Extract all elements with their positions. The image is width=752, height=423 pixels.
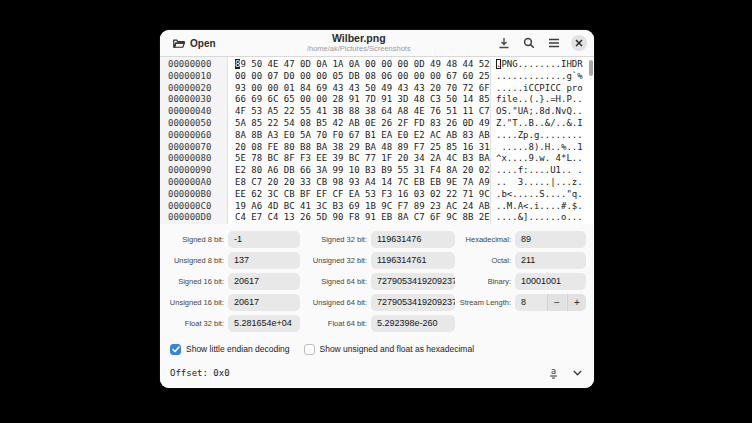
hex-row[interactable]: 20 08 FE 80 B8 BA 38 29 BA 48 89 F7 25 8… [235,142,490,154]
hexadecimal-field[interactable]: 89 [515,231,586,248]
hex-row[interactable]: 89 50 4E 47 0D 0A 1A 0A 00 00 00 0D 49 4… [235,59,490,71]
float-64-bit-label: Float 64 bit: [304,319,367,328]
hamburger-menu-icon [548,38,560,48]
hex-row[interactable]: E2 80 A6 DB 66 3A 99 10 B3 B9 55 31 F4 8… [235,165,490,177]
unsigned-8-bit-field[interactable]: 137 [228,252,300,269]
ascii-row[interactable]: .. 3.....|...z. [496,177,594,189]
signed-16-bit-field[interactable]: 20617 [228,273,300,290]
status-bar: Offset: 0x0 a [160,360,594,388]
offset-label: 00000040 [168,106,227,118]
open-button[interactable]: Open [167,35,222,52]
ghex-window: Open Wilber.png /home/ak/Pictures/Screen… [160,30,594,388]
stream-length-label: Stream Length: [459,298,511,307]
scrollbar-thumb[interactable] [589,60,593,76]
binary-field[interactable]: 10001001 [515,273,586,290]
octal-label: Octal: [459,256,511,265]
ascii-row[interactable]: .....8).H..%..1 [496,142,594,154]
offset-label: 000000B0 [168,189,227,201]
search-icon [523,37,535,49]
window-title: Wilber.png [222,33,496,45]
close-button[interactable] [571,35,587,51]
offset-label: 00000000 [168,59,227,71]
desktop-background: Open Wilber.png /home/ak/Pictures/Screen… [0,0,752,423]
offset-label: 000000D0 [168,212,227,224]
ascii-row[interactable]: ^x....9.w. 4*L.. [496,153,594,165]
ascii-panel[interactable]: .PNG........IHDR.............g`%.....iCC… [490,59,594,224]
ascii-cursor: . [496,59,501,69]
show-little-endian-decoding-label: Show little endian decoding [186,344,290,354]
offset-label: 00000060 [168,130,227,142]
stream-length-increment-button[interactable]: + [567,294,586,311]
offset-label: 00000070 [168,142,227,154]
offset-label: 00000020 [168,83,227,95]
unsigned-32-bit-field[interactable]: 1196314761 [371,252,455,269]
hex-row[interactable]: 8A 8B A3 E0 5A 70 F0 67 B1 EA E0 E2 AC A… [235,130,490,142]
geometry-menu-button[interactable] [571,368,584,378]
unsigned-16-bit-label: Unsigned 16 bit: [168,298,224,307]
hex-cursor: 8 [235,59,240,69]
binary-label: Binary: [459,277,511,286]
ascii-row[interactable]: file..(.}.=H.P.. [496,94,594,106]
stream-length-decrement-button[interactable]: − [547,294,566,311]
signed-16-bit-label: Signed 16 bit: [168,277,224,286]
unsigned-64-bit-field[interactable]: 7279053419209237 [371,294,455,311]
hex-row[interactable]: 66 69 6C 65 00 00 28 91 7D 91 3D 48 C3 5… [235,94,490,106]
svg-text:a: a [551,367,556,376]
signed-64-bit-field[interactable]: 7279053419209237 [371,273,455,290]
stream-length-field[interactable]: 8−+ [515,294,586,311]
save-button[interactable] [496,35,512,51]
hex-row[interactable]: 00 00 07 D0 00 00 05 DB 08 06 00 00 00 6… [235,71,490,83]
stream-length-value[interactable]: 8 [515,294,545,311]
ascii-row[interactable]: ....&]......o... [496,212,594,224]
hex-editor-view: 0000000000000010000000200000003000000040… [160,57,594,224]
ascii-row[interactable]: .b<.....S...."q. [496,189,594,201]
ascii-row[interactable]: ....f:....U1.. . [496,165,594,177]
float-64-bit-field[interactable]: 5.292398e-260 [371,315,455,332]
hex-row[interactable]: E8 C7 20 20 33 CB 98 93 A4 14 7C EB EB 9… [235,177,490,189]
unsigned-8-bit-label: Unsigned 8 bit: [168,256,224,265]
offset-column: 0000000000000010000000200000003000000040… [160,57,228,224]
ascii-row[interactable]: .....iCCPICC pro [496,83,594,95]
offset-label: 000000A0 [168,177,227,189]
window-title-block: Wilber.png /home/ak/Pictures/Screenshots [222,33,496,53]
ascii-row[interactable]: OS."UA;.8d.NvQ.. [496,106,594,118]
float-32-bit-field[interactable]: 5.281654e+04 [228,315,300,332]
show-little-endian-decoding-checkbox[interactable]: Show little endian decoding [170,344,290,355]
show-unsigned-and-float-as-hexadecimal-checkbox[interactable]: Show unsigned and float as hexadecimal [304,344,475,355]
hex-row[interactable]: 93 00 00 01 84 69 43 43 50 49 43 43 20 7… [235,83,490,95]
ascii-row[interactable]: ..M.A<.i....#.$. [496,201,594,213]
ascii-row[interactable]: ....Zp.g........ [496,130,594,142]
octal-field[interactable]: 211 [515,252,586,269]
insert-mode-button[interactable]: a [546,365,561,381]
checkbox-checked-icon [170,344,181,355]
conversions-panel: Signed 8 bit:-1Signed 32 bit:119631476He… [160,224,594,338]
offset-status: Offset: 0x0 [170,368,230,378]
open-button-label: Open [190,38,216,49]
signed-32-bit-field[interactable]: 119631476 [371,231,455,248]
search-button[interactable] [521,35,537,51]
unsigned-16-bit-field[interactable]: 20617 [228,294,300,311]
signed-64-bit-label: Signed 64 bit: [304,277,367,286]
hex-row[interactable]: 19 A6 4D BC 41 3C B3 69 1B 9C F7 89 23 A… [235,201,490,213]
hex-row[interactable]: 5A 85 22 54 08 B5 42 AB 0E 26 2F FD 83 2… [235,118,490,130]
hex-row[interactable]: 5E 78 BC 8F F3 EE 39 BC 77 1F 20 34 2A 4… [235,153,490,165]
hex-panel[interactable]: 89 50 4E 47 0D 0A 1A 0A 00 00 00 0D 49 4… [228,59,490,224]
vertical-scrollbar[interactable] [589,60,593,220]
unsigned-64-bit-label: Unsigned 64 bit: [304,298,367,307]
hexadecimal-label: Hexadecimal: [459,235,511,244]
hex-row[interactable]: 4F 53 A5 22 55 41 3B 88 38 64 A8 4E 76 5… [235,106,490,118]
offset-label: 00000030 [168,94,227,106]
signed-8-bit-field[interactable]: -1 [228,231,300,248]
hex-row[interactable]: C4 E7 C4 13 26 5D 90 F8 91 EB 8A C7 6F 9… [235,212,490,224]
offset-label: 00000050 [168,118,227,130]
float-32-bit-label: Float 32 bit: [168,319,224,328]
offset-label: 00000080 [168,153,227,165]
ascii-row[interactable]: .............g`% [496,71,594,83]
ascii-row[interactable]: Z."T..B..&/..&.I [496,118,594,130]
chevron-down-icon [573,370,582,376]
hex-row[interactable]: EE 62 3C CB BF EF CF EA 53 F3 16 03 02 2… [235,189,490,201]
signed-8-bit-label: Signed 8 bit: [168,235,224,244]
save-icon [498,37,510,49]
ascii-row[interactable]: .PNG........IHDR [496,59,594,71]
menu-button[interactable] [546,36,562,50]
